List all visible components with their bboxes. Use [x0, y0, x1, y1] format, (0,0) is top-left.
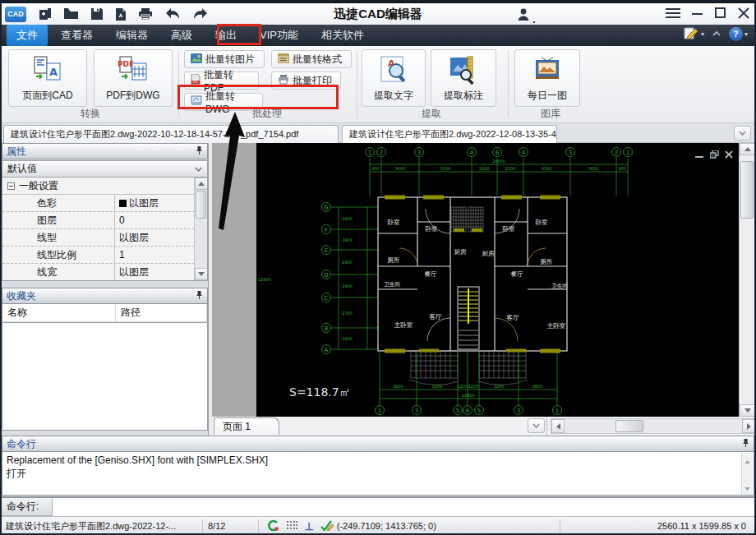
prop-label: 色彩	[2, 195, 115, 211]
undo-icon[interactable]	[164, 7, 181, 21]
menu-advanced[interactable]: 高级	[161, 25, 202, 46]
daily-image-button[interactable]: 每日一图	[514, 49, 580, 107]
scroll-thumb[interactable]	[196, 191, 206, 219]
draw-mode-icon[interactable]	[320, 519, 334, 533]
svg-text:6: 6	[466, 408, 470, 414]
svg-text:2100: 2100	[505, 166, 516, 171]
osnap-icon[interactable]	[267, 519, 279, 533]
canvas-vertical-scrollbar[interactable]	[739, 143, 755, 417]
property-row[interactable]: 线型 以图层	[2, 229, 207, 247]
close-button[interactable]	[738, 7, 749, 22]
mdi-close-icon[interactable]	[725, 147, 734, 162]
minimize-button[interactable]	[692, 7, 703, 22]
ortho-icon[interactable]: ⊥	[304, 520, 313, 533]
page-to-cad-button[interactable]: A 页面到CAD	[8, 49, 87, 107]
property-row[interactable]: 图层 0	[2, 212, 207, 229]
menu-file[interactable]: 文件	[7, 25, 48, 46]
scroll-down-icon[interactable]	[740, 404, 755, 417]
pin-icon[interactable]	[196, 145, 203, 158]
batch-to-image-icon	[191, 53, 202, 66]
prop-label: 线型比例	[2, 247, 115, 263]
property-scrollbar[interactable]	[194, 178, 207, 280]
scroll-thumb[interactable]	[615, 420, 643, 432]
document-tab-1[interactable]: 建筑设计住宅户形平面图2.dwg-2022-10-12-18-14-57-057…	[3, 125, 339, 143]
batch-print-icon	[278, 75, 289, 87]
property-group-row[interactable]: 一般设置	[2, 178, 207, 195]
grid-snap-icon[interactable]	[286, 520, 297, 532]
drawing-canvas[interactable]: 123464321 18600 900300033002100210033003…	[256, 143, 739, 417]
column-path[interactable]: 路径	[116, 304, 207, 322]
scroll-down-icon[interactable]	[195, 268, 208, 280]
page-tab[interactable]: 页面 1	[214, 417, 279, 435]
column-name[interactable]: 名称	[2, 304, 116, 322]
extract-text-button[interactable]: A 提取文字	[362, 49, 426, 107]
scroll-right-icon[interactable]	[742, 419, 755, 433]
svg-text:5: 5	[477, 408, 481, 414]
svg-text:900: 900	[618, 166, 626, 171]
extract-dimension-button[interactable]: 提取标注	[431, 49, 496, 107]
collapse-ribbon-icon[interactable]	[712, 26, 721, 41]
property-row[interactable]: 色彩 以图层	[2, 195, 207, 212]
svg-text:3300: 3300	[440, 166, 451, 171]
svg-text:客厅: 客厅	[430, 313, 443, 321]
app-logo: CAD	[5, 7, 26, 22]
command-prompt-label: 命令行:	[2, 498, 53, 516]
menu-editor[interactable]: 编辑器	[106, 25, 158, 46]
scroll-up-icon[interactable]	[740, 143, 755, 155]
help-icon[interactable]: ?▾	[729, 27, 748, 41]
property-row[interactable]: 线型比例 1	[2, 247, 207, 264]
pdf-to-dwg-button[interactable]: PDF PDF到DWG	[94, 49, 173, 107]
scroll-thumb[interactable]	[740, 161, 754, 219]
batch-convert-format-button[interactable]: 批量转格式	[271, 50, 352, 68]
mdi-minimize-icon[interactable]	[695, 147, 704, 162]
svg-text:5: 5	[456, 408, 459, 414]
scroll-up-icon[interactable]	[195, 178, 208, 190]
pdf-to-dwg-icon: PDF	[117, 55, 150, 88]
mdi-restore-icon[interactable]	[710, 147, 719, 162]
collapse-minus-icon[interactable]	[7, 182, 15, 190]
svg-text:12900: 12900	[258, 277, 271, 282]
svg-text:2: 2	[615, 150, 618, 156]
batch-print-button[interactable]: 批量打印	[271, 71, 341, 90]
command-panel-header: 命令行	[2, 436, 754, 452]
svg-text:卧室: 卧室	[536, 219, 549, 226]
save-icon[interactable]	[90, 7, 104, 21]
property-preset-dropdown[interactable]: 默认值	[2, 160, 208, 178]
command-history[interactable]: Replacement of the [Geniso.SHX] font wit…	[2, 452, 754, 496]
page-list-chevron[interactable]	[528, 418, 545, 433]
batch-to-image-button[interactable]: 批量转图片	[184, 50, 265, 68]
pdf-export-icon[interactable]	[115, 7, 127, 21]
maximize-button[interactable]	[715, 7, 726, 22]
batch-to-pdf-button[interactable]: PDF 批量转PDF	[184, 71, 259, 90]
edit-note-icon[interactable]: ▾	[683, 26, 704, 41]
scroll-left-icon[interactable]	[551, 419, 565, 433]
left-panel: 属性 默认值 一般设置 色彩 以图层 图层 0	[2, 143, 209, 436]
property-row[interactable]: 线宽 以图层	[2, 264, 207, 281]
document-tab-2[interactable]: 建筑设计住宅户形平面图2.dwg-2022-12-08-13-35-43-203…	[342, 125, 557, 143]
button-label: 提取标注	[444, 89, 483, 103]
print-icon[interactable]	[138, 7, 153, 21]
favorites-list[interactable]	[2, 323, 208, 431]
menu-output[interactable]: 输出	[205, 25, 247, 46]
redo-icon[interactable]	[192, 7, 209, 21]
ribbon-group-label: 图库	[511, 107, 590, 121]
user-menu-caret[interactable]	[533, 21, 535, 23]
pin-icon[interactable]	[196, 290, 203, 302]
prop-value: 以图层	[119, 231, 149, 245]
command-input[interactable]	[53, 498, 754, 516]
user-account-icon[interactable]	[516, 7, 531, 25]
new-file-icon[interactable]	[38, 7, 52, 21]
menu-vip[interactable]: VIP功能	[250, 25, 308, 46]
canvas-horizontal-scrollbar[interactable]	[551, 418, 756, 434]
preset-value: 默认值	[7, 162, 37, 176]
menu-viewer[interactable]: 查看器	[51, 25, 103, 46]
menu-related-software[interactable]: 相关软件	[311, 25, 374, 46]
button-label: 批量转格式	[293, 53, 342, 67]
hamburger-menu-icon[interactable]	[666, 7, 680, 22]
pin-icon[interactable]	[742, 438, 749, 450]
open-folder-icon[interactable]	[63, 7, 79, 21]
tab-overflow-chevron[interactable]	[734, 126, 751, 141]
svg-text:3: 3	[415, 408, 418, 414]
ribbon-group-label: 转换	[5, 107, 176, 121]
command-scrollbar[interactable]	[741, 453, 753, 495]
